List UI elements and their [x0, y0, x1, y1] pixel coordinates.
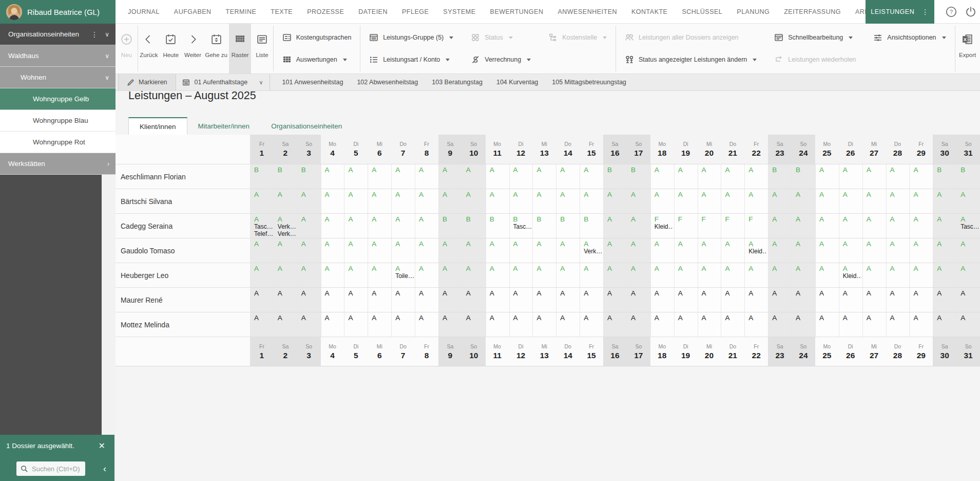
grid-cell[interactable]: A: [321, 288, 344, 312]
grid-cell[interactable]: A: [650, 312, 674, 337]
legend-item[interactable]: 102 Abwesenheitstag: [357, 79, 418, 86]
grid-cell[interactable]: A: [839, 189, 862, 213]
grid-cell[interactable]: A: [532, 238, 556, 263]
grid-cell[interactable]: A: [462, 189, 486, 213]
grid-cell[interactable]: A: [509, 238, 533, 263]
sidebar-item-wohngruppe-blau[interactable]: Wohngruppe Blau: [0, 110, 116, 132]
grid-cell[interactable]: A: [250, 288, 274, 312]
row-client-name[interactable]: Cadegg Seraina: [116, 214, 250, 238]
grid-cell[interactable]: A: [698, 312, 721, 337]
grid-cell[interactable]: A: [580, 263, 603, 287]
list-view-button[interactable]: Liste: [251, 24, 273, 73]
grid-cell[interactable]: A: [792, 214, 815, 238]
grid-cell[interactable]: A: [674, 189, 698, 213]
legend-item[interactable]: 105 Mittagsbetreuungstag: [552, 79, 626, 86]
grid-cell[interactable]: A: [721, 164, 744, 189]
grid-cell[interactable]: A: [909, 164, 933, 189]
grid-cell[interactable]: A: [933, 189, 956, 213]
grid-cell[interactable]: A: [274, 263, 297, 287]
grid-cell[interactable]: A: [839, 164, 862, 189]
grid-cell[interactable]: A: [438, 263, 462, 287]
grid-cell[interactable]: A: [792, 238, 815, 263]
nav-item-planung[interactable]: PLANUNG: [729, 8, 777, 15]
chevron-down-icon[interactable]: ∨: [105, 31, 109, 38]
grid-cell[interactable]: A: [862, 214, 886, 238]
nav-item-dateien[interactable]: DATEIEN: [351, 8, 395, 15]
verrechnung-dropdown[interactable]: Verrechnung: [464, 49, 537, 71]
grid-cell[interactable]: AKleid…: [839, 263, 862, 287]
grid-cell[interactable]: B: [792, 164, 815, 189]
grid-cell[interactable]: A: [462, 164, 486, 189]
grid-cell[interactable]: A: [862, 288, 886, 312]
grid-cell[interactable]: A: [862, 164, 886, 189]
grid-cell[interactable]: A: [627, 238, 650, 263]
grid-cell[interactable]: A: [768, 214, 792, 238]
grid-cell[interactable]: A: [909, 288, 933, 312]
grid-cell[interactable]: A: [650, 189, 674, 213]
grid-cell[interactable]: A: [580, 288, 603, 312]
grid-cell[interactable]: A: [627, 288, 650, 312]
grid-cell[interactable]: A: [486, 164, 509, 189]
grid-cell[interactable]: AVerk…: [580, 238, 603, 263]
grid-cell[interactable]: A: [368, 214, 391, 238]
grid-cell[interactable]: A: [274, 312, 297, 337]
legend-item[interactable]: 104 Kurventag: [496, 79, 538, 86]
grid-cell[interactable]: A: [815, 263, 839, 287]
grid-cell[interactable]: A: [792, 312, 815, 337]
chevron-down-icon[interactable]: ∨: [105, 74, 109, 81]
grid-cell[interactable]: B: [486, 214, 509, 238]
grid-cell[interactable]: F: [744, 214, 768, 238]
grid-cell[interactable]: A: [532, 164, 556, 189]
grid-cell[interactable]: B: [438, 214, 462, 238]
grid-cell[interactable]: A: [462, 288, 486, 312]
nav-item-aufgaben[interactable]: AUFGABEN: [167, 8, 219, 15]
grid-cell[interactable]: A: [674, 288, 698, 312]
grid-cell[interactable]: A: [556, 288, 580, 312]
grid-cell[interactable]: A: [321, 238, 344, 263]
grid-cell[interactable]: A: [603, 238, 627, 263]
grid-cell[interactable]: A: [956, 312, 980, 337]
grid-cell[interactable]: A: [415, 214, 438, 238]
grid-cell[interactable]: A: [744, 288, 768, 312]
nav-item-leistungen-active[interactable]: LEISTUNGEN ⋮: [866, 0, 934, 24]
grid-cell[interactable]: A: [415, 263, 438, 287]
grid-cell[interactable]: A: [297, 238, 321, 263]
grid-cell[interactable]: A: [909, 312, 933, 337]
nav-item-texte[interactable]: TEXTE: [263, 8, 300, 15]
auswertungen-button[interactable]: Auswertungen: [276, 49, 358, 71]
grid-cell[interactable]: A: [886, 189, 910, 213]
grid-cell[interactable]: A: [486, 312, 509, 337]
grid-cell[interactable]: A: [321, 312, 344, 337]
sidebar-item-waldhaus[interactable]: Waldhaus∨: [0, 45, 116, 67]
grid-cell[interactable]: A: [886, 312, 910, 337]
nav-item-journal[interactable]: JOURNAL: [121, 8, 167, 15]
sidebar-item-werkst-tten[interactable]: Werkstätten›: [0, 153, 116, 175]
grid-cell[interactable]: A: [698, 263, 721, 287]
grid-cell[interactable]: A: [933, 263, 956, 287]
grid-cell[interactable]: A: [509, 263, 533, 287]
grid-cell[interactable]: A: [815, 238, 839, 263]
grid-cell[interactable]: A: [274, 189, 297, 213]
grid-cell[interactable]: A: [744, 164, 768, 189]
grid-cell[interactable]: A: [321, 214, 344, 238]
grid-cell[interactable]: A: [839, 288, 862, 312]
nav-item-prozesse[interactable]: PROZESSE: [300, 8, 351, 15]
grid-cell[interactable]: A: [368, 238, 391, 263]
grid-cell[interactable]: A: [674, 263, 698, 287]
grid-cell[interactable]: A: [839, 312, 862, 337]
grid-cell[interactable]: A: [862, 312, 886, 337]
grid-cell[interactable]: ATasc…Telef…: [250, 214, 274, 238]
legend-item[interactable]: 101 Anwesenheitstag: [282, 79, 343, 86]
grid-cell[interactable]: A: [297, 288, 321, 312]
grid-cell[interactable]: A: [650, 263, 674, 287]
grid-cell[interactable]: A: [297, 312, 321, 337]
search-input[interactable]: [32, 465, 81, 473]
grid-cell[interactable]: A: [462, 312, 486, 337]
grid-cell[interactable]: A: [768, 312, 792, 337]
grid-cell[interactable]: A: [250, 263, 274, 287]
row-client-name[interactable]: Heuberger Leo: [116, 263, 250, 287]
grid-cell[interactable]: A: [532, 312, 556, 337]
grid-cell[interactable]: ATasc…: [956, 214, 980, 238]
grid-cell[interactable]: A: [556, 263, 580, 287]
grid-cell[interactable]: A: [462, 238, 486, 263]
